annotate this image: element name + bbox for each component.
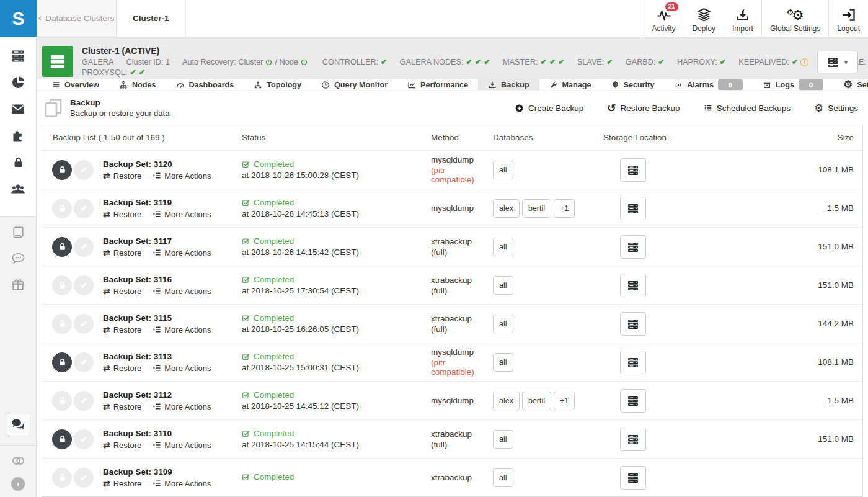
more-actions-link[interactable]: More Actions [153, 325, 211, 334]
scheduled-backups-button[interactable]: Scheduled Backups [704, 104, 790, 113]
backup-settings-button[interactable]: ⚙Settings [814, 103, 858, 114]
database-chip[interactable]: all [493, 315, 513, 333]
storage-location-button[interactable] [620, 351, 646, 374]
tab-performance[interactable]: Performance [397, 79, 478, 90]
restore-backup-button[interactable]: ↺Restore Backup [607, 103, 680, 114]
database-chip[interactable]: all [493, 353, 513, 372]
restore-link[interactable]: ⇄Restore [103, 287, 141, 296]
verified-check-icon[interactable]: ✔ [74, 352, 94, 372]
sidebar-item-support[interactable] [6, 249, 30, 268]
more-actions-link[interactable]: More Actions [153, 287, 211, 296]
more-actions-link[interactable]: More Actions [153, 364, 211, 373]
database-chip[interactable]: all [493, 161, 513, 179]
restore-link[interactable]: ⇄Restore [103, 171, 141, 181]
more-actions-link[interactable]: More Actions [153, 402, 211, 411]
unencrypted-lock-icon[interactable] [52, 199, 72, 218]
verified-check-icon[interactable]: ✔ [74, 314, 94, 334]
verified-check-icon[interactable]: ✔ [74, 468, 94, 488]
tab-settings[interactable]: ⚙Settings [833, 79, 868, 90]
exchange-icon: ⇄ [103, 210, 110, 218]
verified-check-icon[interactable]: ✔ [74, 199, 94, 218]
verified-check-icon[interactable]: ✔ [74, 237, 94, 257]
storage-location-button[interactable] [620, 274, 646, 297]
restore-link[interactable]: ⇄Restore [103, 364, 141, 373]
storage-location-button[interactable] [620, 235, 646, 259]
restore-link[interactable]: ⇄Restore [103, 248, 141, 257]
unencrypted-lock-icon[interactable] [52, 468, 72, 488]
tab-logs[interactable]: Logs0 [753, 79, 833, 90]
import-button[interactable]: Import [724, 0, 761, 37]
servers-icon [627, 395, 639, 407]
tab-query-monitor[interactable]: Query Monitor [311, 79, 397, 90]
sidebar-item-email[interactable] [6, 99, 30, 119]
auto-recovery-status[interactable]: Auto Recovery: Cluster / Node [182, 58, 310, 66]
sidebar-item-whats-new[interactable] [6, 275, 30, 294]
database-chip[interactable]: alex [493, 199, 520, 218]
app-logo[interactable]: S [0, 0, 37, 37]
verified-check-icon[interactable]: ✔ [74, 275, 94, 295]
cluster-tab[interactable]: Cluster-1 [117, 0, 186, 37]
unencrypted-lock-icon[interactable] [52, 275, 72, 295]
database-chip[interactable]: all [493, 276, 513, 295]
encrypted-lock-icon[interactable] [52, 429, 72, 449]
sidebar-item-documentation[interactable] [6, 223, 30, 242]
database-chip[interactable]: +1 [554, 392, 575, 410]
storage-location-button[interactable] [620, 158, 646, 182]
storage-location-button[interactable] [620, 389, 646, 413]
more-actions-link[interactable]: More Actions [153, 479, 211, 488]
encrypted-lock-icon[interactable] [52, 160, 72, 180]
sidebar-toggle-icon[interactable] [11, 453, 26, 468]
storage-location-button[interactable] [620, 197, 646, 220]
database-chip[interactable]: all [493, 468, 513, 487]
verified-check-icon[interactable]: ✔ [74, 391, 94, 411]
activity-button[interactable]: 21 Activity [644, 0, 684, 37]
database-chip[interactable]: alex [493, 392, 520, 410]
breadcrumb[interactable]: ‹ Database Clusters [37, 0, 117, 37]
sidebar-expand-button[interactable]: › [11, 477, 25, 491]
tab-overview[interactable]: Overview [42, 79, 109, 90]
database-chip[interactable]: all [493, 238, 513, 256]
database-chip[interactable]: bertil [522, 199, 551, 218]
encrypted-lock-icon[interactable] [52, 237, 72, 257]
tab-topology[interactable]: Topology [244, 79, 311, 90]
more-actions-link[interactable]: More Actions [153, 248, 211, 257]
users-icon [10, 181, 26, 197]
verified-check-icon[interactable]: ✔ [74, 160, 94, 180]
restore-link[interactable]: ⇄Restore [103, 402, 141, 411]
database-chip[interactable]: +1 [554, 199, 575, 218]
sidebar-item-clusters[interactable] [6, 46, 30, 65]
database-chip[interactable]: all [493, 430, 513, 449]
restore-link[interactable]: ⇄Restore [103, 325, 141, 334]
unencrypted-lock-icon[interactable] [52, 314, 72, 334]
restore-link[interactable]: ⇄Restore [103, 441, 141, 450]
tab-dashboards[interactable]: Dashboards [166, 79, 244, 90]
more-actions-link[interactable]: More Actions [153, 441, 211, 450]
create-backup-button[interactable]: Create Backup [515, 104, 583, 113]
sidebar-item-user-management[interactable] [6, 179, 30, 199]
sidebar-item-key-management[interactable] [6, 153, 30, 172]
global-settings-button[interactable]: ⚙⚙ Global Settings [761, 0, 828, 37]
feedback-chat-button[interactable] [6, 413, 30, 436]
tab-security[interactable]: Security [601, 79, 665, 90]
tab-alarms[interactable]: Alarms0 [664, 79, 753, 90]
storage-location-button[interactable] [620, 428, 646, 451]
restore-link[interactable]: ⇄Restore [103, 210, 141, 219]
storage-location-button[interactable] [620, 466, 646, 490]
restore-link[interactable]: ⇄Restore [103, 479, 141, 488]
tab-nodes[interactable]: Nodes [109, 79, 166, 90]
tab-backup[interactable]: Backup [478, 79, 539, 90]
database-chip[interactable]: bertil [522, 392, 551, 410]
verified-check-icon[interactable]: ✔ [74, 429, 94, 449]
logout-button[interactable]: Logout [828, 0, 868, 37]
sidebar-item-integrations[interactable] [6, 126, 30, 145]
sidebar-item-reports[interactable] [6, 73, 30, 92]
cluster-actions-dropdown[interactable]: ▾ [817, 51, 858, 73]
storage-location-button[interactable] [620, 312, 646, 336]
deploy-button[interactable]: Deploy [684, 0, 724, 37]
tab-manage[interactable]: Manage [539, 79, 601, 90]
backup-table-header: Backup List ( 1-50 out of 169 ) Status M… [42, 125, 862, 150]
more-actions-link[interactable]: More Actions [153, 171, 211, 181]
more-actions-link[interactable]: More Actions [153, 210, 211, 219]
encrypted-lock-icon[interactable] [52, 352, 72, 372]
unencrypted-lock-icon[interactable] [52, 391, 72, 411]
